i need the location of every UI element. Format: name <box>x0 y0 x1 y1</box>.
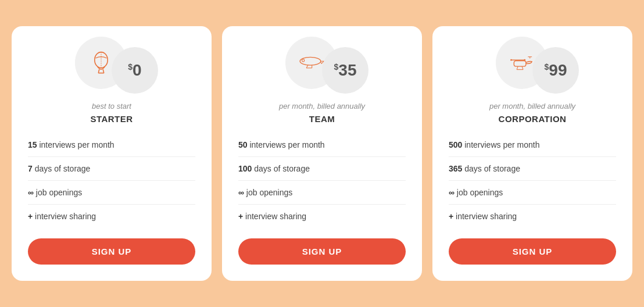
plan-name: TEAM <box>309 114 335 124</box>
features-list: 50 interviews per month 100 days of stor… <box>222 133 422 228</box>
pricing-card-starter: $0 best to start STARTER 15 interviews p… <box>12 26 212 281</box>
feature-item: ∞ job openings <box>449 181 616 205</box>
features-list: 15 interviews per month 7 days of storag… <box>12 133 212 228</box>
features-list: 500 interviews per month 365 days of sto… <box>432 133 632 228</box>
signup-button[interactable]: SIGN UP <box>28 238 195 265</box>
price-circle: $0 <box>112 47 158 94</box>
feature-item: 100 days of storage <box>238 157 406 181</box>
card-header: $0 <box>12 26 212 96</box>
feature-item: ∞ job openings <box>238 181 406 205</box>
svg-point-5 <box>300 57 321 65</box>
svg-rect-10 <box>514 61 526 67</box>
svg-line-1 <box>98 69 99 73</box>
pricing-card-team: $35 per month, billed annually TEAM 50 i… <box>222 26 422 281</box>
subtitle: per month, billed annually <box>270 102 374 110</box>
subtitle: per month, billed annually <box>480 102 585 110</box>
svg-line-2 <box>103 69 104 73</box>
feature-item: 7 days of storage <box>28 157 195 181</box>
signup-button[interactable]: SIGN UP <box>238 238 406 265</box>
subtitle: best to start <box>83 102 141 110</box>
svg-point-9 <box>302 59 305 62</box>
price: $0 <box>128 61 141 80</box>
signup-button[interactable]: SIGN UP <box>449 238 616 265</box>
price: $35 <box>334 61 357 80</box>
price-circle: $35 <box>322 47 368 94</box>
plan-name: CORPORATION <box>499 114 567 124</box>
svg-point-13 <box>524 59 525 61</box>
feature-item: 15 interviews per month <box>28 133 195 157</box>
price-circle: $99 <box>532 47 579 94</box>
plan-name: STARTER <box>90 114 133 124</box>
price: $99 <box>545 61 567 80</box>
feature-item: + interview sharing <box>238 205 406 228</box>
feature-item: + interview sharing <box>449 205 616 228</box>
svg-point-12 <box>510 59 512 61</box>
card-header: $35 <box>222 26 422 96</box>
pricing-card-corporation: $99 per month, billed annually CORPORATI… <box>432 26 632 281</box>
feature-item: ∞ job openings <box>28 181 195 205</box>
svg-line-6 <box>306 65 308 68</box>
feature-item: 50 interviews per month <box>238 133 406 157</box>
card-header: $99 <box>432 26 632 96</box>
feature-item: 500 interviews per month <box>449 133 616 157</box>
svg-line-14 <box>517 66 518 69</box>
feature-item: 365 days of storage <box>449 157 616 181</box>
feature-item: + interview sharing <box>28 205 195 228</box>
pricing-container: $0 best to start STARTER 15 interviews p… <box>12 26 632 281</box>
svg-line-15 <box>522 66 523 69</box>
